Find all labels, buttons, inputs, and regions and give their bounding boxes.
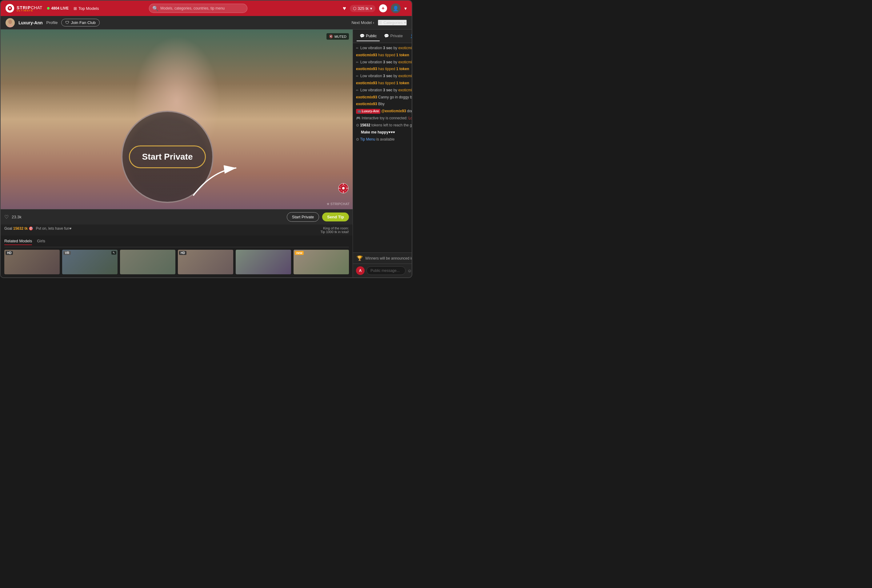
video-container[interactable]: 🔇 MUTED ★ STRIPCHAT Start Priv <box>1 30 353 209</box>
list-item[interactable] <box>120 250 175 274</box>
chat-tabs: 💬 Public 💬 Private 👤 15 ⋯ <box>353 30 412 43</box>
chat-tip-row: exoticmix93 has tipped 1 token <box>356 52 412 58</box>
chat-username[interactable]: exoticmix93 <box>356 102 377 106</box>
chevron-down-icon: ▾ <box>404 20 406 25</box>
vr-badge: VR <box>63 251 71 255</box>
info-bar: Goal 15632 tk 🎯 Pvt on, lets have fun♥ K… <box>1 225 353 236</box>
token-balance[interactable]: ⬡ 325 tk ▾ <box>350 5 375 12</box>
heart-icon[interactable]: ♥ <box>343 5 346 12</box>
nav-right: ♥ ⬡ 325 tk ▾ + 👤 ▾ <box>343 3 407 13</box>
public-chat-icon: 💬 <box>360 33 365 38</box>
start-private-button[interactable]: Start Private <box>287 212 319 222</box>
chat-user-message: exoticmix93 Bby <box>356 102 412 107</box>
goal-label: Goal 15632 tk 🎯 <box>4 226 33 234</box>
join-fan-club-button[interactable]: 🛡 Join Fan Club <box>61 19 99 27</box>
search-icon: 🔍 <box>152 6 158 11</box>
mention-username[interactable]: @exoticmix93 <box>381 109 406 113</box>
toy-icon: 🎮 <box>356 116 361 120</box>
goal-icon: ⊙ <box>356 123 359 128</box>
user-dropdown-icon[interactable]: ▾ <box>404 6 407 11</box>
chevron-right-icon: › <box>373 20 374 25</box>
search-bar[interactable]: 🔍 Models, categories, countries, tip men… <box>149 4 247 13</box>
like-count: 23.3k <box>12 214 21 219</box>
chat-model-message: 📹 Luxury-Ann @exoticmix93 doggy 77 tks <box>356 108 412 114</box>
model-tag: 📹 Luxury-Ann <box>356 109 380 114</box>
user-avatar-button[interactable]: 👤 <box>391 3 401 13</box>
new-badge: new <box>295 251 304 255</box>
top-models-icon: ⊞ <box>74 6 77 11</box>
send-tip-button[interactable]: Send Tip <box>322 213 349 221</box>
profile-link[interactable]: Profile <box>47 20 58 25</box>
edit-icon: ✎ <box>111 251 116 255</box>
chat-toy-message: 🎮 Interactive toy is connected: Lovense <box>356 116 412 121</box>
chat-goal-text: Make me happy♥♥♥ <box>356 130 412 135</box>
emoji-button[interactable]: ☺ <box>407 268 412 273</box>
lovense-link[interactable]: Lovense <box>408 116 412 120</box>
chat-message-row: ✏ Low vibration 3 sec by exoticmix93 <box>356 74 412 79</box>
logo-text: STRIPCHAT ULTIMATE <box>17 5 42 12</box>
top-navigation: STRIPCHAT ULTIMATE 4804 LIVE ⊞ Top Model… <box>1 1 412 16</box>
svg-point-6 <box>342 187 344 189</box>
chat-tip-row: exoticmix93 has tipped 1 token <box>356 66 412 72</box>
model-name[interactable]: Luxury-Ann <box>18 20 43 25</box>
list-item[interactable] <box>236 250 291 274</box>
chat-message-row: ✏ Low vibration 3 sec by exoticmix93 <box>356 45 412 51</box>
logo[interactable]: STRIPCHAT ULTIMATE <box>6 4 42 13</box>
private-chat-icon: 💬 <box>384 33 389 38</box>
list-item[interactable]: VR ✎ <box>62 250 117 274</box>
related-tabs: Related Models Girls <box>4 238 349 247</box>
goal-tokens: 15632 tk <box>13 226 28 231</box>
tab-related-models[interactable]: Related Models <box>4 238 32 245</box>
winners-bar: 🏆 Winners will be announced in 19:26 ∧ <box>353 252 412 264</box>
pencil-icon: ✏ <box>356 60 358 64</box>
tip-menu-icon: ⊙ <box>356 137 359 141</box>
tab-girls[interactable]: Girls <box>37 238 45 245</box>
chat-input[interactable]: Public message... <box>367 266 406 275</box>
live-count: 4804 LIVE <box>47 6 69 10</box>
chat-tip-menu-message: ⊙ Tip Menu is available <box>356 137 412 142</box>
chat-goal-message: ⊙ 15632 tokens left to reach the goal <box>356 123 412 128</box>
related-section: Related Models Girls HD VR ✎ HD <box>1 236 353 278</box>
add-tokens-button[interactable]: + <box>379 4 387 12</box>
hd-badge: HD <box>6 251 13 255</box>
spin-wheel-icon[interactable] <box>338 183 349 194</box>
logo-icon <box>6 4 14 13</box>
pencil-icon: ✏ <box>356 74 358 78</box>
chevron-down-icon: ▾ <box>370 6 372 11</box>
chat-input-area: A Public message... ☺ Send <box>353 264 412 278</box>
mute-icon: 🔇 <box>329 34 333 39</box>
chat-username[interactable]: exoticmix93 <box>356 95 377 99</box>
users-icon: 👤 <box>410 33 412 38</box>
user-chat-avatar: A <box>356 266 365 275</box>
pencil-icon: ✏ <box>356 46 358 50</box>
next-model-button[interactable]: Next Model › <box>351 20 374 25</box>
hd-badge: HD <box>179 251 186 255</box>
fan-club-icon: 🛡 <box>65 20 69 25</box>
categories-button[interactable]: ☰ Categories ▾ <box>378 20 407 26</box>
tip-menu-link[interactable]: Tip Menu <box>360 137 375 141</box>
list-item[interactable]: HD <box>4 250 60 274</box>
related-grid: HD VR ✎ HD new <box>4 250 349 274</box>
pencil-icon: ✏ <box>356 88 358 93</box>
winners-text: Winners will be announced in 19:26 <box>365 256 412 261</box>
tab-users[interactable]: 👤 15 <box>407 31 412 41</box>
trophy-icon: 🏆 <box>356 255 363 261</box>
heart-button[interactable]: ♡ <box>4 214 9 220</box>
categories-icon: ☰ <box>379 20 382 25</box>
tab-private[interactable]: 💬 Private <box>381 31 406 41</box>
main-content: 🔇 MUTED ★ STRIPCHAT Start Priv <box>1 30 412 278</box>
top-models-button[interactable]: ⊞ Top Models <box>74 6 99 11</box>
muted-badge: 🔇 MUTED <box>326 33 349 40</box>
live-dot <box>47 7 50 9</box>
tab-public[interactable]: 💬 Public <box>356 31 380 41</box>
stripchat-watermark: ★ STRIPCHAT <box>326 202 350 206</box>
list-item[interactable]: new <box>293 250 349 274</box>
chat-message-row: ✏ Low vibration 3 sec by exoticmix93 <box>356 88 412 93</box>
start-private-big-button[interactable]: Start Private <box>129 146 206 168</box>
video-controls: ♡ 23.3k Start Private Send Tip <box>1 209 353 225</box>
model-nav-left: Luxury-Ann Profile 🛡 Join Fan Club <box>6 18 100 27</box>
chat-messages: ✏ Low vibration 3 sec by exoticmix93 exo… <box>353 43 412 252</box>
model-avatar[interactable] <box>6 18 15 27</box>
chat-section: 💬 Public 💬 Private 👤 15 ⋯ ✏ Low vibratio… <box>353 30 412 278</box>
list-item[interactable]: HD <box>178 250 233 274</box>
